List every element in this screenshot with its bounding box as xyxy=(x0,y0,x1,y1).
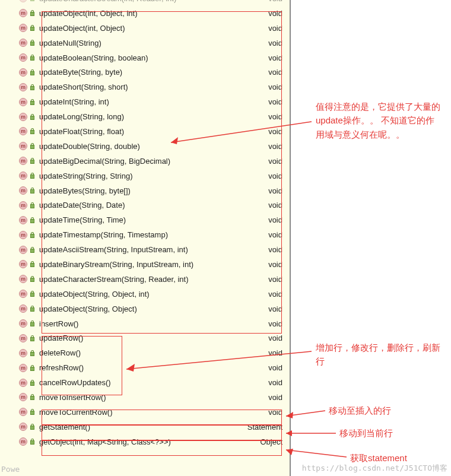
method-row[interactable]: mupdateObject(String, Object)void xyxy=(0,302,290,316)
method-icon: m xyxy=(19,68,27,77)
return-type: void xyxy=(268,0,290,3)
method-name: deleteRow() xyxy=(39,348,268,357)
method-row[interactable]: mupdateBinaryStream(String, InputStream,… xyxy=(0,257,290,272)
method-icon: m xyxy=(19,231,27,239)
method-icon: m xyxy=(19,0,27,2)
method-icon: m xyxy=(19,24,27,32)
method-icon: m xyxy=(19,334,27,342)
return-type: void xyxy=(268,186,290,195)
method-row[interactable]: mupdateCharacterStream(String, Reader, i… xyxy=(0,272,290,287)
return-type: void xyxy=(268,39,290,47)
return-type: void xyxy=(268,9,290,18)
method-name: updateCharacterStream(int, Reader, int) xyxy=(39,0,268,3)
method-icon: m xyxy=(19,201,27,210)
method-name: updateFloat(String, float) xyxy=(39,127,268,136)
method-icon: m xyxy=(19,423,27,431)
method-name: updateObject(String, Object, int) xyxy=(39,290,268,299)
method-row[interactable]: mcancelRowUpdates()void xyxy=(0,375,290,390)
method-name: updateDate(String, Date) xyxy=(39,201,268,210)
method-name: updateObject(int, Object, int) xyxy=(39,9,268,18)
return-type: void xyxy=(268,201,290,210)
return-type: void xyxy=(268,142,290,151)
method-icon: m xyxy=(19,157,27,165)
method-row[interactable]: mgetObject(int, Map<String, Class<?>>)Ob… xyxy=(0,434,290,449)
method-row[interactable]: mupdateShort(String, short)void xyxy=(0,80,290,94)
method-row[interactable]: mupdateFloat(String, float)void xyxy=(0,124,290,139)
method-name: insertRow() xyxy=(39,319,268,328)
method-icon: m xyxy=(19,53,27,62)
method-row[interactable]: mmoveToCurrentRow()void xyxy=(0,405,290,420)
method-icon: m xyxy=(19,393,27,401)
method-row[interactable]: minsertRow()void xyxy=(0,316,290,331)
method-name: updateBytes(String, byte[]) xyxy=(39,186,268,195)
abstract-icon xyxy=(30,320,36,326)
abstract-icon xyxy=(30,25,36,31)
abstract-icon xyxy=(30,55,36,61)
method-icon: m xyxy=(19,127,27,135)
method-icon: m xyxy=(19,142,27,150)
method-name: moveToCurrentRow() xyxy=(39,408,268,417)
method-row[interactable]: mrefreshRow()void xyxy=(0,360,290,375)
method-name: cancelRowUpdates() xyxy=(39,378,268,387)
method-row[interactable]: mupdateInt(String, int)void xyxy=(0,94,290,109)
method-name: updateObject(String, Object) xyxy=(39,304,268,313)
abstract-icon xyxy=(30,143,36,149)
abstract-icon xyxy=(30,291,36,297)
method-name: refreshRow() xyxy=(39,363,268,372)
method-icon: m xyxy=(19,39,27,47)
method-row[interactable]: mupdateTimestamp(String, Timestamp)void xyxy=(0,227,290,242)
method-row[interactable]: mupdateObject(int, Object, int)void xyxy=(0,6,290,21)
method-row[interactable]: mupdateCharacterStream(int, Reader, int)… xyxy=(0,0,290,6)
method-row[interactable]: mdeleteRow()void xyxy=(0,345,290,360)
method-row[interactable]: mupdateString(String, String)void xyxy=(0,169,290,183)
abstract-icon xyxy=(30,380,36,386)
return-type: void xyxy=(268,97,290,106)
method-icon: m xyxy=(19,437,27,446)
method-name: updateShort(String, short) xyxy=(39,82,268,91)
annotation-move-insert: 移动至插入的行 xyxy=(329,404,391,417)
abstract-icon xyxy=(30,350,36,356)
method-row[interactable]: mupdateObject(int, Object)void xyxy=(0,21,290,36)
method-row[interactable]: mmoveToInsertRow()void xyxy=(0,390,290,405)
method-row[interactable]: mgetStatement()Statement xyxy=(0,420,290,434)
method-row[interactable]: mupdateObject(String, Object, int)void xyxy=(0,287,290,302)
method-row[interactable]: mupdateLong(String, long)void xyxy=(0,109,290,124)
method-row[interactable]: mupdateBytes(String, byte[])void xyxy=(0,183,290,198)
return-type: void xyxy=(268,68,290,77)
method-name: updateBoolean(String, boolean) xyxy=(39,53,268,62)
abstract-icon xyxy=(30,188,36,193)
method-row[interactable]: mupdateAsciiStream(String, InputStream, … xyxy=(0,242,290,257)
abstract-icon xyxy=(30,439,36,445)
return-type: void xyxy=(268,53,290,62)
method-row[interactable]: mupdateRow()void xyxy=(0,331,290,345)
method-name: getObject(int, Map<String, Class<?>>) xyxy=(39,437,260,446)
method-icon: m xyxy=(19,113,27,121)
method-row[interactable]: mupdateBigDecimal(String, BigDecimal)voi… xyxy=(0,154,290,169)
arrow-move-current xyxy=(282,427,338,437)
return-type: void xyxy=(268,290,290,299)
return-type: void xyxy=(268,260,290,269)
annotation-updates: 值得注意的是，它提供了大量的update操作。。 不知道它的作用域与意义何在呢。… xyxy=(316,100,440,141)
method-name: moveToInsertRow() xyxy=(39,393,268,402)
abstract-icon xyxy=(30,306,36,312)
method-name: updateByte(String, byte) xyxy=(39,68,268,77)
return-type: void xyxy=(268,304,290,313)
method-name: updateBinaryStream(String, InputStream, … xyxy=(39,260,268,269)
method-icon: m xyxy=(19,186,27,195)
method-icon: m xyxy=(19,246,27,254)
return-type: void xyxy=(268,230,290,239)
method-row[interactable]: mupdateBoolean(String, boolean)void xyxy=(0,50,290,65)
method-row[interactable]: mupdateByte(String, byte)void xyxy=(0,65,290,80)
method-row[interactable]: mupdateDouble(String, double)void xyxy=(0,139,290,154)
abstract-icon xyxy=(30,10,36,16)
abstract-icon xyxy=(30,0,36,1)
method-icon: m xyxy=(19,9,27,17)
abstract-icon xyxy=(30,232,36,238)
method-name: updateAsciiStream(String, InputStream, i… xyxy=(39,245,268,254)
method-icon: m xyxy=(19,379,27,387)
annotation-move-current: 移动到当前行 xyxy=(339,426,393,440)
method-name: updateInt(String, int) xyxy=(39,97,268,106)
method-row[interactable]: mupdateTime(String, Time)void xyxy=(0,212,290,227)
method-row[interactable]: mupdateDate(String, Date)void xyxy=(0,198,290,212)
method-row[interactable]: mupdateNull(String)void xyxy=(0,36,290,50)
